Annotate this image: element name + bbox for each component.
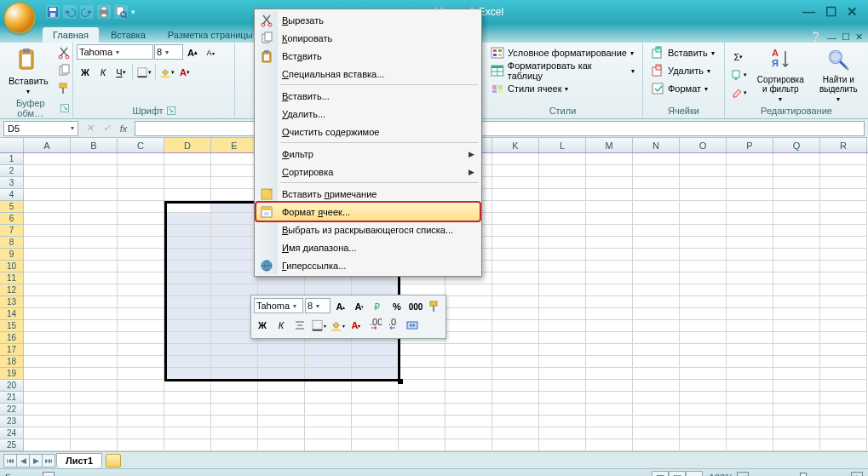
column-header-O[interactable]: O	[680, 138, 727, 152]
column-header-N[interactable]: N	[633, 138, 680, 152]
row-header-20[interactable]: 20	[0, 380, 24, 392]
shrink-font[interactable]: A▾	[202, 44, 219, 61]
mini-bold[interactable]: Ж	[254, 317, 271, 334]
cell[interactable]	[773, 404, 820, 416]
cell[interactable]	[633, 392, 680, 404]
cell[interactable]	[118, 272, 164, 284]
cell[interactable]	[71, 284, 118, 296]
cell[interactable]	[445, 392, 492, 404]
cell[interactable]	[445, 332, 492, 344]
cell[interactable]	[633, 404, 680, 416]
cell[interactable]	[680, 153, 727, 165]
column-header-Q[interactable]: Q	[773, 138, 820, 152]
macro-record-icon[interactable]: ▶	[43, 472, 55, 476]
cell[interactable]	[539, 153, 586, 165]
cell[interactable]	[118, 439, 164, 451]
cell[interactable]	[24, 427, 71, 439]
cell[interactable]	[492, 320, 539, 332]
mini-accounting-fmt[interactable]: ₽	[370, 298, 387, 315]
zoom-out[interactable]: −	[737, 472, 749, 476]
cell[interactable]	[71, 332, 118, 344]
cell[interactable]	[118, 225, 164, 237]
cell[interactable]	[773, 272, 820, 284]
mini-borders[interactable]: ▾	[310, 317, 327, 334]
cell[interactable]	[633, 308, 680, 320]
cell[interactable]	[727, 344, 773, 356]
sheet-nav-first[interactable]: ⏮	[3, 454, 17, 467]
cell[interactable]	[727, 416, 773, 427]
underline-button[interactable]: Ч▾	[112, 64, 129, 81]
cell[interactable]	[305, 356, 352, 368]
cell[interactable]	[24, 392, 71, 404]
row-header-15[interactable]: 15	[0, 320, 24, 332]
cell[interactable]	[633, 201, 680, 213]
cell[interactable]	[633, 368, 680, 380]
cell[interactable]	[258, 344, 305, 356]
cell[interactable]	[118, 380, 164, 392]
select-all-corner[interactable]	[0, 138, 24, 152]
cell[interactable]	[633, 261, 680, 272]
cell[interactable]	[211, 153, 258, 165]
cell[interactable]	[820, 439, 867, 451]
cell[interactable]	[24, 416, 71, 427]
cell[interactable]	[586, 368, 633, 380]
minimize-ribbon[interactable]: —	[827, 32, 836, 43]
cell[interactable]	[492, 261, 539, 272]
cell[interactable]	[118, 153, 164, 165]
cell[interactable]	[164, 344, 211, 356]
cell[interactable]	[680, 201, 727, 213]
row-header-4[interactable]: 4	[0, 189, 24, 201]
cell[interactable]	[773, 284, 820, 296]
format-as-table[interactable]: Форматировать как таблицу▾	[486, 62, 639, 79]
cell[interactable]	[24, 225, 71, 237]
maximize-button[interactable]: ☐	[825, 4, 836, 20]
cell[interactable]	[71, 356, 118, 368]
view-page-layout[interactable]: ▤	[669, 471, 686, 476]
cell[interactable]	[680, 272, 727, 284]
cell[interactable]	[352, 344, 399, 356]
cell[interactable]	[820, 320, 867, 332]
column-header-R[interactable]: R	[820, 138, 867, 152]
cell[interactable]	[727, 356, 773, 368]
ctx-вставить[interactable]: Вставить	[256, 47, 480, 65]
cell[interactable]	[211, 189, 258, 201]
cell[interactable]	[680, 237, 727, 249]
cell[interactable]	[352, 404, 399, 416]
ctx-имя-диапазона-[interactable]: Имя диапазона...	[256, 238, 480, 256]
cell[interactable]	[773, 189, 820, 201]
ctx-вставить-примечание[interactable]: Вставить примечание	[256, 185, 480, 203]
cell[interactable]	[71, 225, 118, 237]
cell[interactable]	[118, 177, 164, 189]
cell[interactable]	[820, 177, 867, 189]
cell[interactable]	[727, 380, 773, 392]
cell[interactable]	[352, 439, 399, 451]
cell[interactable]	[211, 237, 258, 249]
column-header-E[interactable]: E	[211, 138, 258, 152]
cell[interactable]	[727, 225, 773, 237]
cell[interactable]	[492, 404, 539, 416]
cell[interactable]	[539, 344, 586, 356]
column-header-A[interactable]: A	[24, 138, 71, 152]
cell[interactable]	[680, 344, 727, 356]
cell[interactable]	[633, 272, 680, 284]
cell[interactable]	[164, 380, 211, 392]
cell[interactable]	[586, 392, 633, 404]
cell[interactable]	[164, 225, 211, 237]
cut-button[interactable]	[55, 44, 72, 61]
cell[interactable]	[727, 165, 773, 177]
row-header-13[interactable]: 13	[0, 296, 24, 308]
cell[interactable]	[71, 439, 118, 451]
cell[interactable]	[539, 404, 586, 416]
font-dialog-launcher[interactable]: ↘	[167, 106, 175, 115]
cell[interactable]	[164, 439, 211, 451]
ctx-сортировка[interactable]: Сортировка▶	[256, 163, 480, 181]
cell[interactable]	[586, 177, 633, 189]
cell[interactable]	[258, 392, 305, 404]
cell[interactable]	[399, 392, 445, 404]
cell[interactable]	[71, 368, 118, 380]
cell[interactable]	[118, 332, 164, 344]
cell[interactable]	[727, 320, 773, 332]
cell[interactable]	[71, 249, 118, 261]
cell[interactable]	[773, 261, 820, 272]
cell[interactable]	[633, 225, 680, 237]
